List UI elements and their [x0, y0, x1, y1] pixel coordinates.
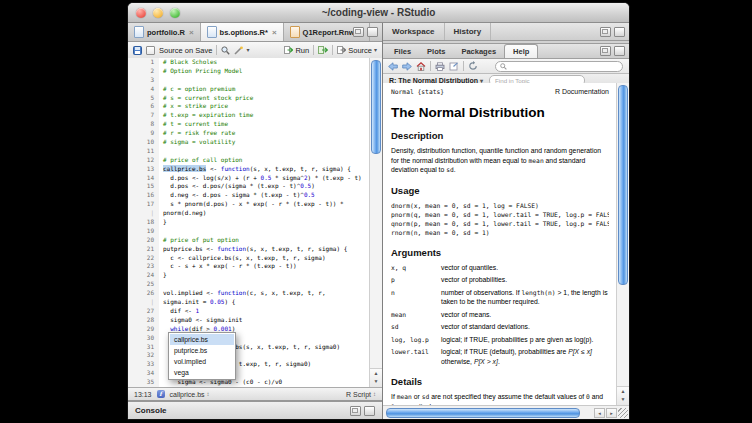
tab-plots[interactable]: Plots	[419, 45, 453, 58]
code-line[interactable]: 34	[128, 369, 382, 378]
autocomplete-item[interactable]: callprice.bs	[170, 334, 234, 345]
autocomplete-item[interactable]: putprice.bs	[170, 345, 234, 356]
minimize-pane-icon[interactable]	[350, 406, 361, 416]
code-line[interactable]: 24}	[128, 271, 382, 280]
code-line[interactable]: 5# s = current stock price	[128, 94, 382, 103]
scrollbar-thumb[interactable]	[386, 408, 580, 418]
back-icon[interactable]	[388, 62, 398, 71]
close-window-button[interactable]	[136, 8, 146, 18]
resize-grip[interactable]	[618, 408, 628, 418]
minimize-pane-icon[interactable]	[353, 27, 364, 37]
code-line[interactable]: 31 c0 <- callprice.bs(s, x, t.exp, t, r,…	[128, 343, 382, 352]
rerun-button[interactable]	[318, 46, 328, 54]
scroll-up-icon[interactable]: ▲	[617, 387, 629, 395]
code-line[interactable]: 19	[128, 227, 382, 236]
code-line[interactable]: |sigma.init = 0.05) {	[128, 298, 382, 307]
run-button[interactable]: Run	[284, 46, 309, 55]
code-line[interactable]: 25	[128, 280, 382, 289]
print-icon[interactable]	[435, 62, 445, 71]
save-icon[interactable]	[133, 46, 142, 55]
code-line[interactable]: 7# t.exp = expiration time	[128, 111, 382, 120]
maximize-pane-icon[interactable]	[614, 27, 625, 37]
code-line[interactable]: 10# sigma = volatility	[128, 138, 382, 147]
scroll-up-icon[interactable]: ▲	[370, 369, 382, 377]
minimize-window-button[interactable]	[153, 8, 163, 18]
code-line[interactable]: 11	[128, 147, 382, 156]
code-text: d.pos <- log(s/x) + (r + 0.5 * sigma^2) …	[159, 174, 362, 183]
code-line[interactable]: 13callprice.bs <- function(s, x, t.exp, …	[128, 165, 382, 174]
scrollbar-thumb[interactable]	[618, 85, 628, 285]
tab-workspace[interactable]: Workspace	[383, 23, 445, 40]
help-search-input[interactable]	[495, 61, 623, 72]
code-tools-button[interactable]: ▾	[234, 46, 249, 55]
refresh-icon[interactable]	[468, 61, 478, 71]
code-line[interactable]: 32	[128, 351, 382, 360]
autocomplete-item[interactable]: vega	[170, 367, 234, 378]
code-line[interactable]: 28 sigma0 <- sigma.init	[128, 316, 382, 325]
code-line[interactable]: 29 while(dif > 0.001)	[128, 325, 382, 334]
autocomplete-item[interactable]: vol.implied	[170, 356, 234, 367]
tab-bs-options[interactable]: bs.options.R* ×	[201, 23, 284, 41]
code-line[interactable]: 4# c = option premium	[128, 85, 382, 94]
code-line[interactable]: 21putprice.bs <- function(s, x, t.exp, t…	[128, 245, 382, 254]
scrollbar-thumb[interactable]	[371, 60, 381, 154]
scroll-down-icon[interactable]: ▼	[617, 395, 629, 403]
code-line[interactable]: 1# Black Scholes	[128, 58, 382, 67]
tab-portfolio[interactable]: portfolio.R ×	[128, 23, 201, 41]
scroll-down-icon[interactable]: ▼	[370, 377, 382, 385]
file-type-label: R Script	[346, 391, 371, 398]
autocomplete-items: callprice.bsputprice.bsvol.impliedvega	[170, 334, 234, 378]
close-tab-icon[interactable]: ×	[272, 28, 277, 37]
code-line[interactable]: 23 c - s + x * exp( - r * (t.exp - t))	[128, 262, 382, 271]
code-line[interactable]: 35 sigma <- sigma0 - (c0 - c)/v0	[128, 378, 382, 387]
maximize-pane-icon[interactable]	[364, 406, 375, 416]
code-line[interactable]: 6# x = strike price	[128, 102, 382, 111]
code-line[interactable]: 12# price of call option	[128, 156, 382, 165]
open-in-new-window-icon[interactable]	[449, 62, 459, 71]
minimize-pane-icon[interactable]	[600, 46, 611, 56]
minimize-pane-icon[interactable]	[600, 27, 611, 37]
home-icon[interactable]	[416, 62, 426, 71]
code-editor[interactable]: 1# Black Scholes2# Option Pricing Model3…	[128, 58, 382, 388]
search-icon[interactable]	[221, 46, 230, 55]
code-line[interactable]: 8# t = current time	[128, 120, 382, 129]
code-line[interactable]: 14 d.pos <- log(s/x) + (r + 0.5 * sigma^…	[128, 174, 382, 183]
code-line[interactable]: 26vol.implied <- function(c, s, x, t.exp…	[128, 289, 382, 298]
code-line[interactable]: 16 d.neg <- d.pos - sigma * (t.exp - t)^…	[128, 191, 382, 200]
scrollbar-arrows[interactable]: ▲ ▼	[617, 386, 629, 406]
help-horizontal-scrollbar[interactable]: ◂ ▸	[383, 405, 629, 419]
code-line[interactable]: 27 dif <- 1	[128, 307, 382, 316]
tab-packages[interactable]: Packages	[453, 45, 504, 58]
source-button[interactable]: Source ▾	[337, 46, 377, 55]
code-line[interactable]: 17 s * pnorm(d.pos) - x * exp( - r * (t.…	[128, 200, 382, 209]
zoom-window-button[interactable]	[170, 8, 180, 18]
code-line[interactable]: |pnorm(d.neg)	[128, 209, 382, 218]
editor-vertical-scrollbar[interactable]: ▲ ▼	[369, 58, 382, 388]
forward-icon[interactable]	[402, 62, 412, 71]
console-pane-header[interactable]: Console	[128, 402, 382, 419]
titlebar[interactable]: ~/coding-view - RStudio	[128, 3, 629, 23]
code-line[interactable]: 33 v0 <- vega(s, x, t.exp, t, r, sigma0)	[128, 360, 382, 369]
code-line[interactable]: 22 c <- callprice.bs(s, x, t.exp, t, r, …	[128, 254, 382, 263]
file-type-selector[interactable]: R Script ↕	[346, 391, 376, 398]
code-line[interactable]: 20# price of put option	[128, 236, 382, 245]
tab-files[interactable]: Files	[386, 45, 419, 58]
scope-selector[interactable]: callprice.bs ↕	[170, 391, 210, 398]
tab-history[interactable]: History	[445, 23, 492, 40]
code-line[interactable]: 9# r = risk free rate	[128, 129, 382, 138]
code-line[interactable]: 3	[128, 76, 382, 85]
maximize-pane-icon[interactable]	[367, 27, 378, 37]
code-line[interactable]: 15 d.pos <- d.pos/(sigma * (t.exp - t)^0…	[128, 182, 382, 191]
help-vertical-scrollbar[interactable]: ▲ ▼	[616, 83, 629, 406]
source-on-save-checkbox[interactable]	[146, 46, 155, 55]
close-tab-icon[interactable]: ×	[189, 28, 194, 37]
tab-help[interactable]: Help	[504, 44, 538, 58]
maximize-pane-icon[interactable]	[614, 46, 625, 56]
scroll-right-icon[interactable]: ▸	[606, 408, 617, 418]
scroll-left-icon[interactable]: ◂	[594, 408, 605, 418]
code-line[interactable]: 18}	[128, 218, 382, 227]
code-line[interactable]: 30 {	[128, 334, 382, 343]
scrollbar-arrows[interactable]: ▲ ▼	[370, 368, 382, 388]
code-line[interactable]: 2# Option Pricing Model	[128, 67, 382, 76]
text-segment: dif <-	[163, 307, 196, 314]
